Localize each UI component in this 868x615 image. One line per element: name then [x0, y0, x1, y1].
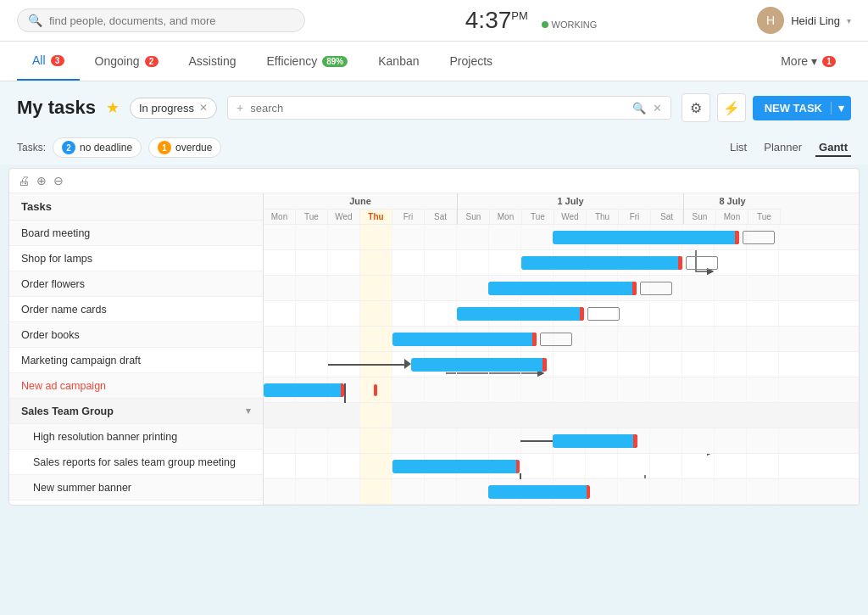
- new-task-split[interactable]: ▾: [831, 102, 851, 115]
- search-input[interactable]: [49, 14, 294, 27]
- zoom-in-icon[interactable]: ⊕: [36, 174, 47, 187]
- day-slot: [264, 276, 296, 300]
- filter-clear-icon[interactable]: ✕: [653, 102, 662, 115]
- clock-status: WORKING: [542, 20, 598, 30]
- day-slot: [715, 276, 747, 300]
- list-item[interactable]: Order books: [9, 322, 263, 348]
- gantt-row-group: [264, 403, 859, 428]
- chevron-down-icon: ▾: [847, 16, 851, 25]
- tab-ongoing[interactable]: Ongoing 2: [80, 42, 174, 80]
- day-cell: Mon: [490, 210, 522, 224]
- filter-search-input[interactable]: [250, 102, 625, 115]
- gantt-row: [264, 327, 859, 352]
- list-item[interactable]: Board meeting: [9, 221, 263, 246]
- gantt-row-new-ad: [264, 377, 859, 403]
- print-icon[interactable]: 🖨: [18, 174, 30, 187]
- day-slot: [715, 428, 747, 453]
- list-item[interactable]: Sales reports for sales team group meeti…: [9, 450, 263, 475]
- day-slot: [715, 403, 747, 428]
- filter-search[interactable]: + 🔍 ✕: [227, 96, 671, 120]
- bar-marketing-draft: [328, 358, 547, 372]
- day-slot: [425, 276, 457, 300]
- day-slot: [392, 377, 425, 402]
- planner-view-btn[interactable]: Planner: [760, 139, 805, 157]
- list-item[interactable]: New summer banner: [9, 475, 263, 500]
- day-slot: [489, 225, 521, 249]
- day-slot: [650, 352, 682, 377]
- view-toggle: List Planner Gantt: [726, 139, 851, 157]
- list-item[interactable]: High resolution banner printing: [9, 424, 263, 450]
- filter-chip-label: In progress: [139, 102, 194, 115]
- day-slot: [425, 428, 457, 453]
- day-slot: [554, 352, 586, 377]
- gantt-header: June Mon Tue Wed Thu Fri Sat 1 July Sun: [264, 193, 859, 225]
- page-header: My tasks ★ In progress ✕ + 🔍 ✕ ⚙ ⚡ NEW T…: [0, 81, 868, 131]
- tab-assisting[interactable]: Assisting: [174, 42, 252, 80]
- day-cell: Tue: [748, 210, 781, 224]
- search-box[interactable]: 🔍: [17, 8, 305, 32]
- lightning-button[interactable]: ⚡: [717, 93, 746, 122]
- gantt-toolbar: 🖨 ⊕ ⊖: [9, 169, 859, 193]
- day-slot: [650, 428, 682, 453]
- july8-section: 8 July Sun Mon Tue: [684, 193, 781, 224]
- day-slot: [264, 479, 296, 504]
- day-slot: [747, 250, 779, 275]
- tab-more[interactable]: More ▾ 1: [765, 42, 851, 80]
- day-slot: [586, 352, 618, 377]
- day-slot: [682, 403, 715, 428]
- day-slot: [457, 403, 489, 428]
- list-item[interactable]: Order name cards: [9, 297, 263, 322]
- collapse-icon[interactable]: ▾: [246, 405, 251, 417]
- overdue-count: 1: [158, 141, 171, 154]
- zoom-out-icon[interactable]: ⊖: [53, 174, 64, 187]
- day-slot: [392, 403, 425, 428]
- day-slot-today: [360, 327, 392, 351]
- day-slot: [618, 479, 650, 504]
- day-slot-today: [360, 479, 392, 504]
- day-slot: [618, 377, 650, 402]
- day-slot: [264, 250, 296, 275]
- tab-all[interactable]: All 3: [17, 42, 80, 81]
- day-slot: [682, 479, 715, 504]
- tab-kanban-label: Kanban: [378, 54, 419, 68]
- day-slot: [554, 454, 586, 478]
- list-item[interactable]: Shop for lamps: [9, 246, 263, 271]
- tab-kanban[interactable]: Kanban: [363, 42, 434, 80]
- gantt-view-btn[interactable]: Gantt: [815, 139, 851, 157]
- day-cell: Sat: [651, 210, 683, 224]
- list-item-group[interactable]: Sales Team Group ▾: [9, 399, 263, 424]
- day-slot: [296, 352, 328, 377]
- day-slot: [586, 479, 618, 504]
- day-slot: [328, 403, 360, 428]
- day-slot: [747, 479, 779, 504]
- day-slot: [682, 327, 715, 351]
- list-view-btn[interactable]: List: [726, 139, 750, 157]
- gantt-body: Tasks Board meeting Shop for lamps Order…: [9, 193, 859, 505]
- tab-efficiency[interactable]: Efficiency 89%: [252, 42, 364, 80]
- day-slot: [618, 301, 650, 326]
- filter-chip[interactable]: In progress ✕: [130, 98, 217, 119]
- day-slot: [328, 276, 360, 300]
- list-item-new-ad-campaign[interactable]: New ad campaign: [9, 373, 263, 399]
- day-slot: [618, 327, 650, 351]
- day-slot: [264, 301, 296, 326]
- day-slot: [296, 225, 328, 249]
- settings-button[interactable]: ⚙: [682, 93, 710, 122]
- filter-chip-close[interactable]: ✕: [199, 102, 208, 114]
- task-list: Tasks Board meeting Shop for lamps Order…: [9, 193, 264, 505]
- bar-order-flowers: [488, 282, 637, 295]
- day-slot: [457, 428, 489, 453]
- day-cell: Mon: [264, 210, 296, 224]
- day-slot: [457, 479, 489, 504]
- day-slot: [457, 250, 489, 275]
- day-slot: [296, 403, 328, 428]
- star-icon[interactable]: ★: [106, 98, 120, 117]
- bar-new-ad-campaign: [264, 383, 344, 397]
- tab-more-badge: 1: [822, 56, 836, 67]
- list-item[interactable]: Marketing campaign draft: [9, 348, 263, 373]
- top-bar: 🔍 4:37PM WORKING H Heidi Ling ▾: [0, 0, 868, 42]
- user-area[interactable]: H Heidi Ling ▾: [757, 7, 851, 34]
- tab-projects[interactable]: Projects: [435, 42, 509, 80]
- new-task-button[interactable]: NEW TASK ▾: [753, 96, 851, 120]
- list-item[interactable]: Order flowers: [9, 271, 263, 297]
